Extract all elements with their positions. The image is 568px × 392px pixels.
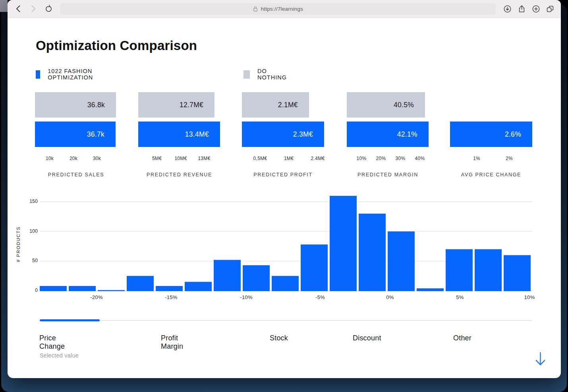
tab-slider-track xyxy=(40,320,532,321)
tab-slider-thumb[interactable] xyxy=(40,319,100,321)
histogram-bar xyxy=(185,282,212,291)
kpi-axis-tick: 10k xyxy=(46,156,54,161)
legend-label: 1022 FASHION OPTIMIZATION xyxy=(48,68,97,81)
kpi-widget-predicted-margin: 40.5%42.1%10%20%30%40%PREDICTED MARGIN xyxy=(347,92,429,180)
histogram-bar xyxy=(359,214,386,291)
histogram-bar xyxy=(40,286,67,291)
tab-discount[interactable]: Discount xyxy=(353,334,381,342)
legend-item: 1022 FASHION OPTIMIZATION xyxy=(36,68,97,81)
kpi-title: PREDICTED MARGIN xyxy=(339,172,437,178)
kpi-widget-predicted-sales: 36.8k36.7k10k20k30kPREDICTED SALES xyxy=(35,92,117,180)
histogram-bar xyxy=(330,196,357,291)
share-button[interactable] xyxy=(517,4,526,13)
browser-toolbar: https://7learnings xyxy=(8,0,561,18)
histogram-bar xyxy=(417,288,444,291)
show-tabs-button[interactable] xyxy=(546,4,554,13)
x-axis-tick-label: -5% xyxy=(315,294,325,300)
histogram-bar xyxy=(504,255,531,291)
tab-profit-margin[interactable]: Profit Margin xyxy=(161,334,183,351)
show-tabs-icon xyxy=(546,5,554,13)
kpi-axis-tick: 1% xyxy=(473,156,480,161)
histogram-svg xyxy=(40,195,532,294)
y-axis-tick-label: 0 xyxy=(23,288,38,293)
kpi-value-optimization: 2.3M€ xyxy=(293,130,313,139)
y-axis-labels: 050100150 xyxy=(23,195,38,294)
histogram-bar xyxy=(272,276,299,291)
histogram-bar xyxy=(243,265,270,291)
kpi-axis-tick: 2% xyxy=(506,156,513,161)
kpi-bar-optimization: 2.6% xyxy=(450,122,532,147)
browser-window: https://7learnings xyxy=(8,0,561,378)
kpi-axis-tick: 10% xyxy=(357,156,367,161)
kpi-bar-optimization: 2.3M€ xyxy=(242,122,324,147)
page-title: Optimization Comparison xyxy=(36,38,197,53)
tab-stock[interactable]: Stock xyxy=(270,334,288,342)
address-bar[interactable]: https://7learnings xyxy=(60,3,496,15)
legend-item: DO NOTHING xyxy=(243,68,289,81)
x-axis-tick-label: 0% xyxy=(386,294,394,300)
x-axis-tick-label: 5% xyxy=(456,294,464,300)
kpi-value-do-nothing: 40.5% xyxy=(394,101,414,109)
forward-button[interactable] xyxy=(29,4,38,13)
kpi-axis-ticks: 10%20%30%40% xyxy=(347,156,429,163)
kpi-value-optimization: 2.6% xyxy=(505,130,521,139)
scroll-down-button[interactable] xyxy=(534,351,546,367)
kpi-axis-tick: 40% xyxy=(415,156,425,161)
y-axis-tick-label: 150 xyxy=(23,199,38,204)
kpi-title: PREDICTED REVENUE xyxy=(130,172,228,178)
tab-other[interactable]: Other xyxy=(453,334,471,342)
histogram-bar xyxy=(98,290,125,291)
kpi-axis-tick: 13M€ xyxy=(198,156,210,161)
kpi-axis-ticks: 5M€10M€13M€ xyxy=(138,156,220,163)
legend-swatch xyxy=(36,70,40,79)
kpi-axis-tick: 20k xyxy=(70,156,77,161)
kpi-value-do-nothing: 12.7M€ xyxy=(180,101,203,109)
kpi-axis-tick: 0,5M€ xyxy=(253,156,267,161)
url-text: https://7learnings xyxy=(261,6,303,12)
share-icon xyxy=(518,5,526,13)
histogram-bar xyxy=(156,286,183,291)
kpi-bar-do-nothing: 36.8k xyxy=(35,92,116,118)
kpi-bar-do-nothing: 40.5% xyxy=(347,92,425,118)
kpi-axis-tick: 20% xyxy=(376,156,386,161)
kpi-axis-ticks: 1%2% xyxy=(450,156,532,163)
arrow-down-icon xyxy=(535,352,546,367)
kpi-title: PREDICTED PROFIT xyxy=(234,172,332,178)
lock-icon xyxy=(253,6,258,12)
kpi-axis-ticks: 0,5M€1M€2.4M€ xyxy=(242,156,324,163)
x-axis-labels: -20%-15%-10%-5%0%5%10% xyxy=(40,294,532,302)
new-tab-icon xyxy=(532,5,540,13)
x-axis-tick-label: -15% xyxy=(165,294,178,300)
kpi-axis-tick: 10M€ xyxy=(174,156,187,161)
downloads-button[interactable] xyxy=(503,4,512,13)
kpi-bar-optimization: 42.1% xyxy=(347,122,429,147)
tab-price-change[interactable]: Price Change xyxy=(39,334,65,351)
kpi-axis-tick: 30% xyxy=(396,156,406,161)
kpi-value-do-nothing: 36.8k xyxy=(87,101,105,109)
back-button[interactable] xyxy=(14,4,23,13)
kpi-bar-optimization: 36.7k xyxy=(35,122,116,147)
y-axis-tick-label: 100 xyxy=(23,228,38,234)
selected-value-label: Selected value xyxy=(40,352,79,359)
histogram-bar xyxy=(301,245,328,291)
download-icon xyxy=(503,5,512,13)
kpi-axis-tick: 1M€ xyxy=(284,156,294,161)
kpi-widget-predicted-revenue: 12.7M€13.4M€5M€10M€13M€PREDICTED REVENUE xyxy=(138,92,220,180)
kpi-axis-ticks: 10k20k30k xyxy=(35,156,117,163)
kpi-widget-avg-price-change: 2.6%1%2%AVG PRICE CHANGE xyxy=(450,92,532,180)
y-axis-tick-label: 50 xyxy=(23,258,38,263)
kpi-value-do-nothing: 2.1M€ xyxy=(278,101,298,109)
kpi-bar-optimization: 13.4M€ xyxy=(138,122,220,147)
new-tab-button[interactable] xyxy=(531,4,540,13)
kpi-title: AVG PRICE CHANGE xyxy=(442,172,540,178)
histogram-bar xyxy=(475,249,502,291)
legend-label: DO NOTHING xyxy=(257,68,289,81)
histogram-bar xyxy=(388,232,415,291)
kpi-title: PREDICTED SALES xyxy=(27,172,125,178)
kpi-axis-tick: 5M€ xyxy=(152,156,162,161)
kpi-axis-tick: 2.4M€ xyxy=(311,156,325,161)
y-axis-title: # PRODUCTS xyxy=(16,226,21,262)
reload-button[interactable] xyxy=(44,4,53,13)
forward-icon xyxy=(30,5,37,13)
histogram-bar xyxy=(127,276,154,291)
